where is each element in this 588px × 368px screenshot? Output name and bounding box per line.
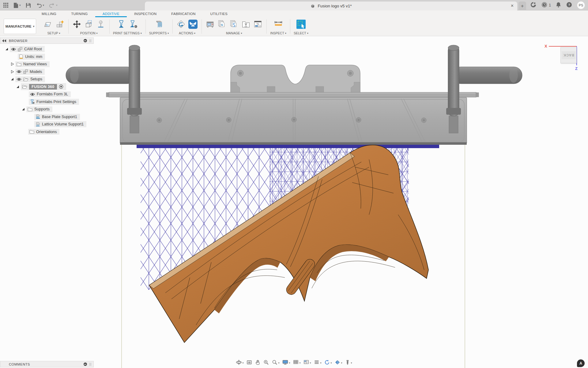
panel-resize-grip[interactable]: || (89, 39, 92, 42)
print-statistics-icon[interactable]: % (253, 19, 263, 29)
window-selection-icon[interactable] (296, 19, 306, 29)
notifications-bell-icon[interactable] (556, 2, 561, 9)
browser-item-units-mm[interactable]: Units: mm (0, 53, 94, 61)
new-tab-button[interactable]: + (518, 2, 526, 10)
expand-open-icon[interactable] (10, 78, 14, 80)
browser-item-lattice-volume-support1[interactable]: Lattice Volume Support1 (0, 121, 94, 128)
comments-resize-grip[interactable]: || (89, 362, 92, 366)
nav-button-appearance[interactable]: ▾ (334, 359, 344, 366)
extensions-icon[interactable] (530, 2, 537, 9)
viewcube[interactable]: BACK (560, 47, 577, 63)
file-menu-button[interactable]: ▾ (13, 2, 21, 8)
expand-closed-icon[interactable] (10, 70, 14, 74)
browser-item-base-plate-support1[interactable]: Base Plate Support1 (0, 113, 94, 121)
ribbon-group-label[interactable]: POSITION▾ (80, 31, 97, 35)
tab-utilities[interactable]: UTILITIES (203, 10, 235, 17)
nav-button-layers[interactable]: ▾ (313, 359, 323, 366)
nav-button-viewports[interactable]: ▾ (302, 359, 312, 366)
nav-caret-icon: ▾ (310, 362, 311, 364)
document-tab[interactable]: Fusion logo v5 v1* × (145, 2, 517, 10)
generate-icon[interactable] (176, 19, 186, 29)
automatic-orientation-icon[interactable] (96, 19, 106, 29)
browser-item-supports[interactable]: Supports (0, 105, 94, 113)
arrange-icon[interactable] (84, 19, 94, 29)
browser-title: BROWSER (9, 39, 28, 43)
visibility-eye-icon[interactable] (17, 78, 21, 81)
new-setup-icon[interactable] (43, 19, 53, 29)
ribbon-group-label[interactable]: SELECT▾ (294, 31, 308, 35)
build-platform-body[interactable] (120, 97, 467, 145)
job-status-clock-icon[interactable] (541, 2, 548, 9)
folder-open-icon (22, 85, 27, 89)
setup-sheet-icon[interactable] (229, 19, 239, 29)
nav-button-fastener[interactable]: ▾ (344, 359, 353, 366)
print-settings-gear-icon[interactable] (128, 19, 138, 29)
measure-icon[interactable] (273, 19, 283, 29)
expand-closed-icon[interactable] (10, 62, 14, 66)
ribbon-group-label[interactable]: MANAGE▾ (226, 31, 242, 35)
visibility-eye-icon[interactable] (17, 70, 21, 73)
tab-fabrication[interactable]: FABRICATION (164, 10, 203, 17)
browser-item-named-views[interactable]: Named Views (0, 60, 94, 68)
tab-inspection[interactable]: INSPECTION (127, 10, 164, 17)
nav-button-pan[interactable] (254, 359, 262, 366)
simulate-additive-icon[interactable] (188, 19, 198, 29)
folder-icon (17, 62, 21, 66)
ribbon-group-label[interactable]: INSPECT▾ (270, 31, 286, 35)
browser-item-cam-root[interactable]: CAM Root (0, 45, 94, 53)
help-icon[interactable]: ? (566, 2, 572, 9)
expand-open-icon[interactable] (5, 48, 9, 50)
browser-item-fusion-360[interactable]: FUSION 360 (0, 83, 94, 91)
user-avatar[interactable]: PS (577, 1, 585, 9)
close-tab-button[interactable]: × (511, 3, 514, 9)
ribbon-group-setup: SETUP▾ (39, 17, 68, 36)
group-caret-icon: ▾ (307, 32, 308, 35)
save-button[interactable] (26, 3, 31, 8)
panel-options-icon[interactable] (84, 39, 87, 42)
tab-turning[interactable]: TURNING (64, 10, 95, 17)
build-platform-bracket[interactable] (231, 65, 360, 95)
nav-button-zoom[interactable] (262, 359, 270, 366)
redo-button[interactable]: ▾ (49, 3, 58, 8)
assistant-button[interactable]: A (577, 359, 585, 367)
comments-options-icon[interactable] (84, 362, 87, 366)
nav-caret-icon: ▾ (289, 362, 290, 364)
nav-button-zoom-window[interactable]: ▾ (270, 359, 281, 366)
build-platform-flange[interactable] (106, 92, 479, 97)
expand-open-icon[interactable] (16, 86, 20, 88)
nav-button-orbit[interactable]: ▾ (235, 359, 245, 366)
expand-open-icon[interactable] (21, 108, 25, 110)
browser-item-label: Formlabs Print Settings (36, 100, 76, 104)
active-setup-radio-icon[interactable] (59, 84, 63, 89)
job-manager-icon[interactable] (241, 19, 251, 29)
move-component-icon[interactable] (72, 19, 82, 29)
ribbon-group-label[interactable]: ACTIONS▾ (179, 31, 195, 35)
browser-item-formlabs-print-settings[interactable]: Formlabs Print Settings (0, 98, 94, 106)
setup-machine-icon[interactable] (55, 19, 65, 29)
visibility-eye-icon[interactable] (11, 48, 16, 51)
browser-item-models[interactable]: Models (0, 68, 94, 76)
support-structures-icon[interactable] (154, 19, 164, 29)
ribbon-group-label[interactable]: SETUP▾ (47, 31, 60, 35)
ribbon-group-actions: ACTIONS▾ (172, 17, 202, 36)
nav-button-look-at[interactable] (245, 359, 253, 366)
ribbon-group-label[interactable]: SUPPORTS▾ (149, 31, 169, 35)
nav-button-turntable[interactable]: ▾ (323, 359, 333, 366)
undo-button[interactable]: ▾ (36, 3, 44, 8)
browser-item-orientations[interactable]: Orientations (0, 128, 94, 136)
print-settings-icon[interactable] (116, 19, 126, 29)
workspace-selector-button[interactable]: MANUFACTURE▾ (4, 19, 36, 34)
browser-item-setups[interactable]: Setups (0, 75, 94, 83)
browser-item-formlabs-form-3l[interactable]: Formlabs Form 3L (0, 90, 94, 98)
machine-library-icon[interactable] (205, 19, 215, 29)
tab-milling[interactable]: MILLING (34, 10, 64, 17)
nav-button-grid-display[interactable]: ▾ (292, 359, 302, 366)
app-grid-icon[interactable] (3, 2, 9, 8)
tab-additive[interactable]: ADDITIVE (95, 10, 127, 17)
comments-bar[interactable]: COMMENTS || (0, 361, 94, 367)
post-process-icon[interactable]: G (217, 19, 227, 29)
visibility-eye-icon[interactable] (30, 93, 35, 96)
nav-button-display-settings[interactable]: ▾ (281, 359, 291, 366)
ribbon-group-label[interactable]: PRINT SETTINGS▾ (113, 31, 142, 35)
collapse-panel-icon[interactable] (2, 39, 6, 42)
